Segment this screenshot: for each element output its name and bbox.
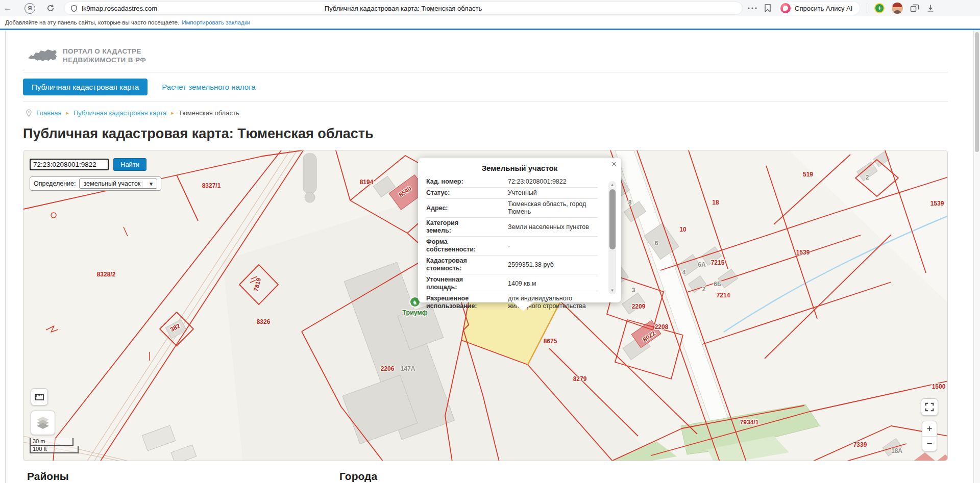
popup-row-value: Тюменская область, город Тюмень: [508, 200, 598, 216]
map-label: 1500: [932, 383, 946, 390]
horse-icon: ♞: [412, 299, 418, 306]
map-label: 18А: [891, 447, 902, 454]
fullscreen-button[interactable]: [921, 398, 938, 416]
scale-metric: 30 m: [30, 438, 74, 446]
bookmarks-hint: Добавляйте на эту панель сайты, которые …: [5, 19, 179, 26]
tabs-panel-icon[interactable]: [910, 4, 919, 12]
map-label: 6А: [698, 261, 706, 268]
map-label: 8675: [544, 338, 557, 345]
breadcrumb-arrow-icon: ▸: [171, 110, 174, 116]
profile-avatar[interactable]: [892, 3, 903, 14]
scroll-up-icon[interactable]: ▲: [608, 183, 616, 187]
url-text[interactable]: ik9map.roscadastres.com: [82, 5, 157, 12]
map-label: 3: [632, 287, 635, 294]
fullscreen-icon: [924, 402, 935, 412]
map-label: 1539: [930, 200, 944, 207]
scrollbar-thumb[interactable]: [609, 189, 616, 249]
page-title: Публичная кадастровая карта: Тюменская о…: [23, 126, 948, 142]
extension-icon[interactable]: +: [874, 3, 885, 13]
map-label: 2206: [381, 365, 395, 372]
map-label: 2209: [632, 303, 646, 310]
cadastral-search-input[interactable]: [30, 159, 109, 170]
map-label: 2208: [655, 323, 669, 331]
refresh-icon[interactable]: [46, 4, 55, 12]
map-label: 8194: [360, 179, 374, 186]
measure-button[interactable]: [31, 388, 48, 405]
popup-row-value: -: [508, 242, 510, 250]
popup-row-label: Форма собственности:: [426, 238, 483, 253]
popup-row-value: 72:23:0208001:9822: [508, 178, 567, 186]
import-bookmarks-link[interactable]: Импортировать закладки: [182, 19, 250, 26]
map-label: 7215: [711, 259, 725, 266]
zoom-controls: + −: [922, 421, 937, 451]
site-tabs: Публичная кадастровая карта Расчет земел…: [23, 72, 948, 101]
popup-row: Категория земель:Земли населенных пункто…: [426, 217, 598, 236]
toolbar-right: Спросить Алису AI +: [748, 2, 942, 15]
find-button[interactable]: Найти: [113, 158, 146, 171]
yandex-browser-icon[interactable]: Я: [24, 3, 35, 14]
ask-alice-button[interactable]: Спросить Алису AI: [778, 2, 860, 15]
parcel-info-popup: × Земельный участок Кад. номер:72:23:020…: [418, 158, 621, 302]
popup-row-value: 2599351.38 руб: [508, 261, 554, 269]
bookmark-icon[interactable]: [764, 4, 771, 12]
popup-row-label: Уточненная площадь:: [426, 276, 483, 291]
map-label: 4: [682, 269, 686, 276]
map-label: 8: [628, 199, 632, 206]
popup-scrollbar: ▲ ▼: [608, 181, 616, 294]
map-label: 7934/1: [740, 419, 759, 426]
popup-row: Форма собственности:-: [426, 236, 598, 255]
tab-title: Публичная кадастровая карта: Тюменская о…: [64, 5, 742, 12]
map-search: Найти: [30, 158, 146, 171]
map-label: 1539: [796, 249, 810, 256]
site-logo: [27, 46, 57, 65]
popup-row-value: Земли населенных пунктов: [508, 223, 589, 231]
page-scrollbar[interactable]: [973, 30, 980, 483]
map-label: Триумф: [402, 309, 427, 316]
back-icon[interactable]: ←: [0, 3, 15, 13]
tab-land-tax[interactable]: Расчет земельного налога: [162, 83, 255, 91]
scroll-down-icon[interactable]: ▼: [608, 288, 616, 293]
below-map-sections: Районы Города: [23, 470, 948, 483]
map-canvas[interactable]: ♞ 8327/18328/283268194220686758279220922…: [23, 150, 948, 461]
layers-icon: [36, 416, 50, 429]
ruler-icon: [34, 392, 44, 401]
breadcrumb: Главная ▸ Публичная кадастровая карта ▸ …: [23, 102, 948, 118]
layers-button[interactable]: [31, 411, 55, 435]
tab-cadastral-map[interactable]: Публичная кадастровая карта: [23, 79, 148, 95]
bookmarks-bar: Добавляйте на эту панель сайты, которые …: [0, 16, 980, 29]
map-label: 8326: [257, 318, 271, 325]
popup-row: Разрешенное использование:для индивидуал…: [426, 293, 598, 312]
map-label: 2: [866, 174, 869, 181]
breadcrumb-home[interactable]: Главная: [36, 109, 61, 117]
shield-icon[interactable]: [70, 5, 78, 12]
object-type-select[interactable]: земельный участок ▾: [79, 179, 157, 189]
scale-imperial: 100 ft: [30, 446, 79, 453]
popup-rows: Кад. номер:72:23:0208001:9822Статус:Учте…: [426, 176, 598, 312]
scale-control: 30 m 100 ft: [30, 438, 79, 453]
map-label: 6: [655, 240, 658, 247]
browser-toolbar: ← Я ik9map.roscadastres.com Публичная ка…: [0, 0, 980, 16]
popup-row-label: Разрешенное использование:: [426, 295, 483, 310]
popup-row: Кадастровая стоимость:2599351.38 руб: [426, 255, 598, 274]
popup-row-label: Адрес:: [426, 205, 483, 212]
more-menu-icon[interactable]: [748, 7, 757, 9]
popup-row: Адрес:Тюменская область, город Тюмень: [426, 198, 598, 217]
districts-heading: Районы: [27, 470, 69, 482]
webpage: ПОРТАЛ О КАДАСТРЕ НЕДВИЖИМОСТИ В РФ Публ…: [0, 30, 980, 483]
popup-row-label: Кад. номер:: [426, 178, 483, 186]
popup-row: Кад. номер:72:23:0208001:9822: [426, 176, 598, 187]
breadcrumb-arrow-icon: ▸: [66, 110, 69, 116]
zoom-out-button[interactable]: −: [922, 436, 937, 451]
download-icon[interactable]: [926, 4, 935, 12]
chevron-down-icon: ▾: [150, 181, 153, 187]
map-label: 8279: [573, 375, 587, 383]
popup-title: Земельный участок: [426, 164, 613, 172]
zoom-in-button[interactable]: +: [922, 421, 937, 436]
filter-label: Определение:: [34, 180, 76, 187]
page-scrollbar-thumb[interactable]: [975, 32, 979, 152]
close-icon[interactable]: ×: [611, 159, 617, 169]
window-edge: [5, 30, 6, 483]
breadcrumb-map[interactable]: Публичная кадастровая карта: [74, 109, 166, 117]
omnibox[interactable]: ik9map.roscadastres.com Публичная кадаст…: [64, 2, 743, 15]
popup-row-value: Учтенный: [508, 189, 537, 197]
